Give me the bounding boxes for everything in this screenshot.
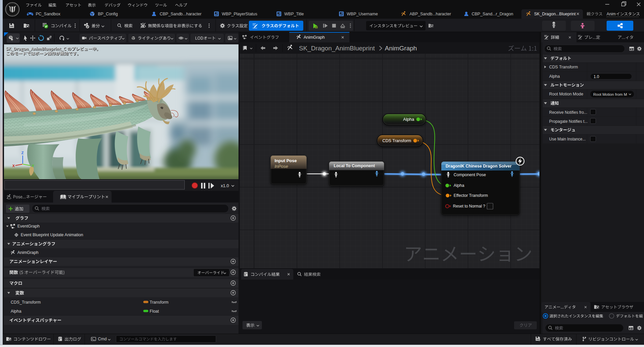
svg-text:CDS Transform: CDS Transform bbox=[382, 138, 411, 143]
svg-text:X: X bbox=[12, 164, 15, 168]
svg-text:InPose: InPose bbox=[275, 164, 288, 169]
svg-text:Local To Component: Local To Component bbox=[334, 163, 375, 168]
svg-text:Y: Y bbox=[32, 164, 34, 168]
svg-text:Alpha: Alpha bbox=[403, 117, 415, 122]
svg-text:Alpha: Alpha bbox=[454, 183, 464, 188]
svg-text:Effector Transform: Effector Transform bbox=[454, 193, 488, 198]
svg-text:Z: Z bbox=[21, 151, 24, 155]
svg-text:DragonIK Chinese Dragon Solver: DragonIK Chinese Dragon Solver bbox=[446, 164, 511, 168]
svg-text:Reset to Normal ?: Reset to Normal ? bbox=[453, 204, 485, 209]
svg-text:Input Pose: Input Pose bbox=[275, 158, 297, 163]
svg-text:Component Pose: Component Pose bbox=[454, 172, 486, 177]
